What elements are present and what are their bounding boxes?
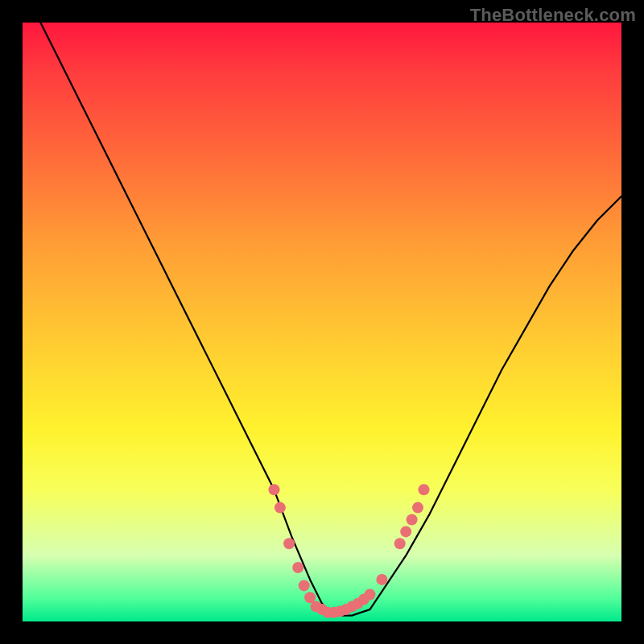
curve-marker xyxy=(269,484,280,495)
curve-marker xyxy=(299,580,310,591)
curve-marker xyxy=(275,502,286,514)
curve-marker xyxy=(394,538,406,549)
curve-marker xyxy=(400,526,411,537)
chart-svg xyxy=(23,23,621,621)
curve-marker xyxy=(376,574,387,585)
bottleneck-curve xyxy=(40,23,621,616)
curve-marker xyxy=(412,502,423,514)
curve-marker xyxy=(283,538,295,549)
curve-marker xyxy=(419,484,430,495)
chart-plot-area xyxy=(23,23,621,621)
curve-marker xyxy=(407,514,418,526)
curve-marker xyxy=(292,562,303,573)
curve-markers xyxy=(269,484,430,618)
watermark-text: TheBottleneck.com xyxy=(470,5,636,26)
curve-marker xyxy=(365,589,376,601)
